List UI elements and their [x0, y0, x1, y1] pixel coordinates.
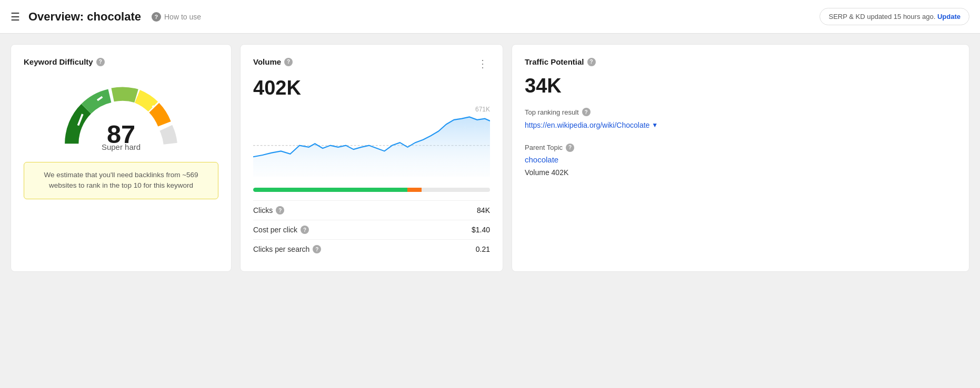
kd-gauge: 87 Super hard: [53, 75, 189, 154]
kd-card-title: Keyword Difficulty ?: [24, 57, 218, 66]
kd-help-icon[interactable]: ?: [96, 58, 105, 66]
top-ranking-url[interactable]: https://en.wikipedia.org/wiki/Chocolate …: [525, 120, 956, 131]
cps-help-icon[interactable]: ?: [313, 245, 321, 253]
cps-row: Clicks per search ? 0.21: [253, 239, 490, 259]
progress-green-segment: [253, 188, 407, 192]
parent-topic-help-icon[interactable]: ?: [566, 144, 574, 152]
clicks-value: 84K: [477, 206, 490, 215]
parent-topic-link[interactable]: chocolate: [525, 155, 956, 164]
clicks-row: Clicks ? 84K: [253, 200, 490, 220]
clicks-label: Clicks ?: [253, 206, 284, 215]
volume-chart-svg: [253, 114, 490, 182]
clicks-progress-bar: [253, 188, 490, 192]
svg-line-5: [165, 126, 166, 128]
kd-label: Super hard: [102, 142, 141, 151]
cpc-label: Cost per click ?: [253, 226, 309, 234]
top-ranking-help-icon[interactable]: ?: [582, 108, 591, 116]
update-notice: SERP & KD updated 15 hours ago. Update: [819, 8, 969, 25]
top-ranking-label: Top ranking result ?: [525, 108, 956, 116]
volume-card-title: Volume ?: [253, 57, 293, 66]
svg-line-4: [153, 106, 154, 107]
page-title: Overview: chocolate: [28, 10, 141, 24]
svg-line-3: [137, 96, 137, 96]
cps-value: 0.21: [476, 245, 490, 253]
volume-help-icon[interactable]: ?: [284, 58, 293, 66]
menu-icon[interactable]: ☰: [11, 11, 20, 23]
volume-value: 402K: [253, 77, 490, 99]
kd-card: Keyword Difficulty ?: [11, 44, 232, 272]
header: ☰ Overview: chocolate ? How to use SERP …: [0, 0, 980, 34]
how-to-use-button[interactable]: ? How to use: [147, 10, 205, 24]
main-content: Keyword Difficulty ?: [0, 34, 980, 282]
cpc-row: Cost per click ? $1.40: [253, 220, 490, 239]
traffic-value: 34K: [525, 75, 956, 97]
update-notice-container: SERP & KD updated 15 hours ago. Update: [819, 8, 969, 25]
traffic-card: Traffic Potential ? 34K Top ranking resu…: [512, 44, 969, 272]
more-options-icon[interactable]: ⋮: [475, 57, 490, 70]
update-notice-text: SERP & KD updated 15 hours ago.: [828, 13, 935, 21]
volume-chart-area: 671K: [253, 106, 490, 179]
question-icon: ?: [152, 12, 161, 22]
traffic-help-icon[interactable]: ?: [587, 58, 596, 66]
clicks-help-icon[interactable]: ?: [276, 206, 284, 215]
how-to-use-label: How to use: [164, 13, 201, 21]
cps-label: Clicks per search ?: [253, 245, 321, 253]
volume-header: Volume ? ⋮: [253, 57, 490, 75]
volume-card: Volume ? ⋮ 402K 671K: [240, 44, 503, 272]
url-chevron-icon: ▼: [652, 121, 658, 130]
chart-max-label: 671K: [475, 106, 490, 113]
update-button[interactable]: Update: [937, 13, 961, 21]
traffic-card-title: Traffic Potential ?: [525, 57, 956, 66]
gauge-container: 87 Super hard: [24, 75, 218, 154]
traffic-volume: Volume 402K: [525, 168, 956, 177]
progress-orange-segment: [407, 188, 422, 192]
parent-topic-label: Parent Topic ?: [525, 144, 956, 152]
kd-note: We estimate that you'll need backlinks f…: [24, 162, 218, 199]
cpc-value: $1.40: [472, 226, 490, 234]
cpc-help-icon[interactable]: ?: [301, 226, 309, 234]
